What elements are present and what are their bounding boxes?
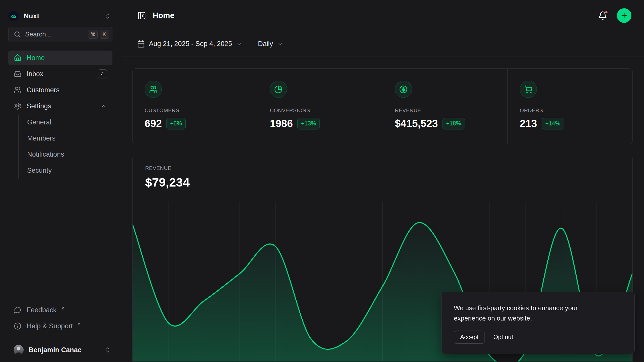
revenue-panel-header: REVENUE $79,234 [133,156,632,202]
chat-bubble-icon [14,306,21,314]
search-shortcut: ⌘ K [88,30,109,39]
calendar-icon [137,40,145,48]
users-icon [14,86,21,94]
stat-card-conversions[interactable]: CONVERSIONS 1986 +13% [258,69,383,144]
inbox-count-badge: 4 [98,69,107,78]
stat-label: CUSTOMERS [145,107,246,113]
sidebar-nav: Home Inbox 4 Customers Settings [8,51,112,179]
chevron-down-icon [236,41,242,47]
add-button[interactable] [617,8,631,23]
sidebar-item-label: Settings [27,102,95,110]
sidebar-item-customers[interactable]: Customers [8,83,112,97]
granularity-label: Daily [258,40,273,48]
sidebar-item-inbox[interactable]: Inbox 4 [8,67,112,81]
info-icon [14,322,21,330]
search-icon [14,31,21,38]
plus-icon [620,12,628,19]
stats-row: CUSTOMERS 692 +6% CONVERSIONS 1986 +13% [132,68,633,144]
granularity-select[interactable]: Daily [258,40,283,48]
cookie-message: We use first-party cookies to enhance yo… [454,303,600,324]
stat-delta-badge: +13% [297,118,320,129]
stat-card-revenue[interactable]: REVENUE $415,523 +18% [383,69,508,144]
cart-icon [520,81,537,98]
inbox-icon [14,70,21,78]
pie-chart-icon [270,81,287,98]
sidebar-item-notifications[interactable]: Notifications [19,147,112,162]
help-support-link[interactable]: Help & Support [8,320,112,333]
sidebar-item-general[interactable]: General [19,115,112,129]
revenue-total: $79,234 [145,175,620,189]
dollar-circle-icon [395,81,412,98]
sidebar-item-settings[interactable]: Settings [8,99,112,113]
sidebar-item-label: Home [27,54,107,62]
stat-value: 692 [145,118,162,129]
stat-value: 1986 [270,118,293,129]
notification-dot [605,10,608,14]
chevron-down-icon [277,41,283,47]
page-title: Home [153,11,174,20]
chevrons-up-down-icon [104,13,111,19]
nuxt-logo-icon [8,11,19,21]
sidebar-item-label: Inbox [27,70,93,78]
kbd-cmd: ⌘ [88,30,98,39]
stat-label: REVENUE [395,107,496,113]
sidebar-toggle-button[interactable] [137,11,146,20]
external-link-icon [60,306,65,311]
date-range-label: Aug 21, 2025 - Sep 4, 2025 [149,40,232,48]
user-name: Benjamin Canac [29,346,99,354]
sidebar: Nuxt Search... ⌘ K Home [0,0,121,362]
stat-delta-badge: +18% [442,118,465,129]
sidebar-footer: Feedback Help & Support [8,303,112,362]
settings-subnav: General Members Notifications Security [18,115,112,179]
sidebar-item-home[interactable]: Home [8,51,112,65]
kbd-k: K [100,30,109,39]
stat-delta-badge: +14% [542,118,564,129]
avatar [14,345,24,355]
revenue-label: REVENUE [145,165,620,171]
cookie-banner: We use first-party cookies to enhance yo… [441,292,635,354]
team-switcher[interactable]: Nuxt [8,10,112,22]
chevron-up-icon [100,103,107,109]
feedback-link[interactable]: Feedback [8,303,112,316]
external-link-icon [76,322,81,327]
topbar: Home [121,0,644,31]
date-range-picker[interactable]: Aug 21, 2025 - Sep 4, 2025 [137,40,242,48]
stat-delta-badge: +6% [166,118,186,129]
filters-bar: Aug 21, 2025 - Sep 4, 2025 Daily [121,31,644,57]
feedback-label: Feedback [27,306,57,314]
stat-card-customers[interactable]: CUSTOMERS 692 +6% [133,69,258,144]
team-name: Nuxt [24,12,100,20]
panel-left-close-icon [137,11,146,20]
search-placeholder: Search... [25,30,84,38]
search-input[interactable]: Search... ⌘ K [8,27,112,42]
opt-out-button[interactable]: Opt out [489,331,518,343]
sidebar-item-members[interactable]: Members [19,131,112,146]
app-root: Nuxt Search... ⌘ K Home [0,0,644,362]
stat-label: ORDERS [520,107,620,113]
stat-card-orders[interactable]: ORDERS 213 +14% [507,69,632,144]
chevrons-up-down-icon [104,347,111,353]
notifications-button[interactable] [598,11,607,20]
accept-button[interactable]: Accept [454,331,485,344]
sidebar-item-security[interactable]: Security [19,163,112,178]
stat-value: $415,523 [395,118,438,129]
user-menu[interactable]: Benjamin Canac [8,338,112,362]
help-support-label: Help & Support [27,322,73,330]
users-icon [145,81,162,98]
stat-label: CONVERSIONS [270,107,371,113]
sidebar-item-label: Customers [27,86,107,94]
gear-icon [14,102,21,110]
stat-value: 213 [520,118,537,129]
home-icon [14,54,21,62]
